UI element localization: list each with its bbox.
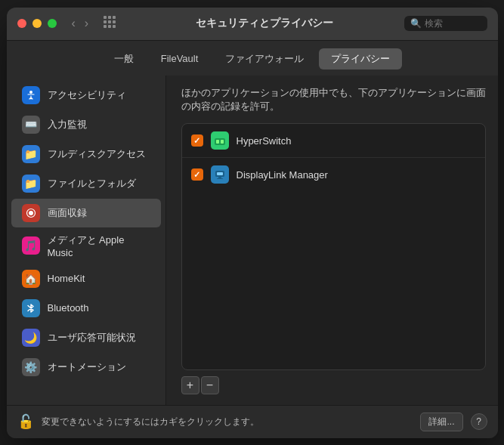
nav-buttons: ‹ ›: [69, 16, 92, 31]
tab-firewall[interactable]: ファイアウォール: [213, 48, 316, 70]
user-response-icon: 🌙: [22, 329, 40, 347]
main-content: アクセシビリティ ⌨️ 入力監視 📁 フルディスクアクセス 📁 ファイルとフォル…: [7, 76, 498, 405]
hyperswitch-checkbox[interactable]: ✓: [191, 134, 203, 147]
bluetooth-icon: [22, 299, 40, 317]
panel-description: ほかのアプリケーションの使用中でも、下のアプリケーションに画面の内容の記録を許可…: [181, 86, 486, 115]
displaylink-icon: [211, 165, 229, 184]
sidebar-item-user-response[interactable]: 🌙 ユーザ応答可能状況: [11, 323, 161, 352]
sidebar-item-input-monitor[interactable]: ⌨️ 入力監視: [11, 110, 161, 139]
svg-rect-8: [218, 177, 221, 178]
sidebar-item-bluetooth[interactable]: Bluetooth: [11, 294, 161, 323]
help-button[interactable]: ?: [471, 413, 487, 430]
sidebar-item-accessibility[interactable]: アクセシビリティ: [11, 81, 161, 110]
tab-general[interactable]: 一般: [102, 48, 146, 70]
svg-rect-7: [217, 172, 223, 175]
svg-point-0: [29, 91, 32, 94]
hyperswitch-icon: [211, 131, 229, 150]
grid-icon[interactable]: [104, 16, 119, 31]
sidebar-item-accessibility-label: アクセシビリティ: [48, 88, 126, 102]
sidebar-item-homekit-label: HomeKit: [48, 273, 85, 284]
check-icon: ✓: [193, 136, 200, 146]
sidebar-item-homekit[interactable]: 🏠 HomeKit: [11, 264, 161, 293]
tab-filevault[interactable]: FileVault: [149, 48, 211, 70]
bottom-bar: 🔓 変更できないようにするにはカギをクリックします。 詳細... ?: [7, 405, 498, 438]
search-bar[interactable]: 🔍: [404, 16, 487, 31]
lock-icon[interactable]: 🔓: [17, 413, 34, 430]
sidebar-item-screen-record[interactable]: 画面収録: [11, 199, 161, 227]
hyperswitch-name: HyperSwitch: [237, 135, 292, 147]
right-panel: ほかのアプリケーションの使用中でも、下のアプリケーションに画面の内容の記録を許可…: [165, 76, 498, 405]
homekit-icon: 🏠: [22, 270, 40, 288]
tabs-bar: 一般 FileVault ファイアウォール プライバシー: [7, 41, 498, 76]
titlebar: ‹ › セキュリティとプライバシー 🔍: [7, 8, 498, 41]
back-button[interactable]: ‹: [69, 16, 79, 31]
forward-button[interactable]: ›: [82, 16, 91, 31]
maximize-button[interactable]: [48, 19, 57, 28]
sidebar-item-user-response-label: ユーザ応答可能状況: [48, 331, 136, 345]
sidebar-item-media-music-label: メディアと Apple Music: [48, 233, 150, 258]
sidebar-item-full-disk-label: フルディスクアクセス: [48, 147, 146, 161]
svg-rect-4: [216, 140, 219, 144]
input-monitor-icon: ⌨️: [22, 116, 40, 134]
media-music-icon: 🎵: [22, 236, 40, 255]
svg-rect-9: [217, 178, 223, 179]
sidebar-item-input-monitor-label: 入力監視: [48, 118, 87, 131]
close-button[interactable]: [17, 19, 26, 28]
list-item[interactable]: ✓ HyperSwitch: [182, 124, 485, 158]
tab-privacy[interactable]: プライバシー: [319, 48, 402, 70]
files-folders-icon: 📁: [22, 175, 40, 193]
displaylink-checkbox[interactable]: ✓: [191, 168, 203, 181]
minimize-button[interactable]: [32, 19, 42, 28]
sidebar-item-bluetooth-label: Bluetooth: [48, 302, 89, 314]
screen-record-icon: [22, 204, 40, 222]
detail-button[interactable]: 詳細...: [420, 413, 462, 431]
add-app-button[interactable]: +: [181, 376, 199, 394]
main-window: ‹ › セキュリティとプライバシー 🔍 一般 FileVault ファイアウォー…: [7, 8, 498, 438]
sidebar-item-files-folders[interactable]: 📁 ファイルとフォルダ: [11, 169, 161, 198]
search-icon: 🔍: [410, 18, 422, 29]
search-input[interactable]: [425, 18, 485, 29]
app-list: ✓ HyperSwitch ✓: [181, 123, 486, 370]
full-disk-icon: 📁: [22, 145, 40, 163]
displaylink-name: DisplayLink Manager: [237, 169, 328, 181]
sidebar-item-media-music[interactable]: 🎵 メディアと Apple Music: [11, 228, 161, 264]
list-item[interactable]: ✓ DisplayLink Manager: [182, 158, 485, 191]
automation-icon: ⚙️: [22, 358, 40, 376]
remove-app-button[interactable]: −: [201, 376, 219, 394]
window-title: セキュリティとプライバシー: [131, 17, 397, 30]
sidebar-item-automation[interactable]: ⚙️ オートメーション: [11, 353, 161, 382]
sidebar-item-automation-label: オートメーション: [48, 360, 126, 374]
sidebar-item-screen-record-label: 画面収録: [48, 206, 87, 220]
bottom-text: 変更できないようにするにはカギをクリックします。: [42, 416, 413, 428]
svg-point-2: [29, 211, 33, 215]
check-icon: ✓: [193, 170, 200, 180]
sidebar: アクセシビリティ ⌨️ 入力監視 📁 フルディスクアクセス 📁 ファイルとフォル…: [7, 76, 165, 405]
sidebar-item-files-folders-label: ファイルとフォルダ: [48, 177, 136, 190]
list-controls: + −: [181, 376, 486, 394]
accessibility-icon: [22, 86, 40, 104]
sidebar-item-full-disk[interactable]: 📁 フルディスクアクセス: [11, 140, 161, 168]
svg-rect-5: [221, 140, 224, 144]
